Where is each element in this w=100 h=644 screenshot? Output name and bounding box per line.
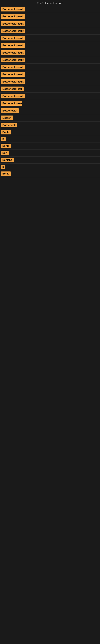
bottleneck-badge[interactable]: Bottleneck r [1,108,19,113]
result-row: Bottleneck result [0,42,100,49]
result-row: Bottleneck result [0,92,100,100]
page-container: TheBottlenecker.com Bottleneck resultBot… [0,0,100,177]
bottleneck-badge[interactable]: Bottleneck result [1,21,25,26]
results-list: Bottleneck resultBottleneck resultBottle… [0,6,100,177]
bottleneck-badge[interactable]: Bottleneck resu [1,101,22,106]
result-row: Bottleneck [0,122,100,129]
bottleneck-badge[interactable]: Bottle [1,172,11,176]
bottleneck-badge[interactable]: Bottleneck [1,123,17,128]
bottleneck-badge[interactable]: Bott [1,151,9,155]
result-row: B [0,164,100,170]
result-row: Bottleneck result [0,13,100,20]
bottleneck-badge[interactable]: Bottleneck result [1,14,25,19]
result-row: Bottleneck r [0,107,100,114]
result-row: Bottlens [0,156,100,164]
bottleneck-badge[interactable]: Bottleneck result [1,43,25,48]
bottleneck-badge[interactable]: Bottleneck result [1,50,25,55]
result-row: Bottleneck result [0,20,100,27]
bottleneck-badge[interactable]: Bottleneck result [1,94,25,98]
bottleneck-badge[interactable]: Bottleneck result [1,72,25,77]
bottleneck-badge[interactable]: Bottle [1,130,11,134]
bottleneck-badge[interactable]: Bottleneck resu [1,86,24,91]
bottleneck-badge[interactable]: Bottle [1,144,11,148]
result-row: Bottle [0,170,100,177]
result-row: Bottlen [0,114,100,122]
bottleneck-badge[interactable]: B [1,165,5,169]
bottleneck-badge[interactable]: B [1,137,6,141]
bottleneck-badge[interactable]: Bottleneck result [1,36,25,40]
result-row: B [0,136,100,142]
bottleneck-badge[interactable]: Bottlen [1,116,13,120]
result-row: Bottle [0,129,100,136]
result-row: Bott [0,150,100,156]
result-row: Bottleneck result [0,71,100,78]
site-title: TheBottlenecker.com [0,0,100,6]
bottleneck-badge[interactable]: Bottleneck result [1,28,25,33]
result-row: Bottleneck result [0,64,100,71]
result-row: Bottleneck result [0,78,100,85]
bottleneck-badge[interactable]: Bottlens [1,158,14,162]
result-row: Bottle [0,142,100,150]
result-row: Bottleneck resu [0,100,100,107]
bottleneck-badge[interactable]: Bottleneck result [1,58,25,62]
result-row: Bottleneck result [0,27,100,34]
result-row: Bottleneck resu [0,85,100,92]
bottleneck-badge[interactable]: Bottleneck result [1,7,25,12]
result-row: Bottleneck result [0,6,100,13]
result-row: Bottleneck result [0,49,100,56]
result-row: Bottleneck result [0,34,100,42]
bottleneck-badge[interactable]: Bottleneck result [1,65,25,70]
result-row: Bottleneck result [0,56,100,64]
bottleneck-badge[interactable]: Bottleneck result [1,79,25,84]
